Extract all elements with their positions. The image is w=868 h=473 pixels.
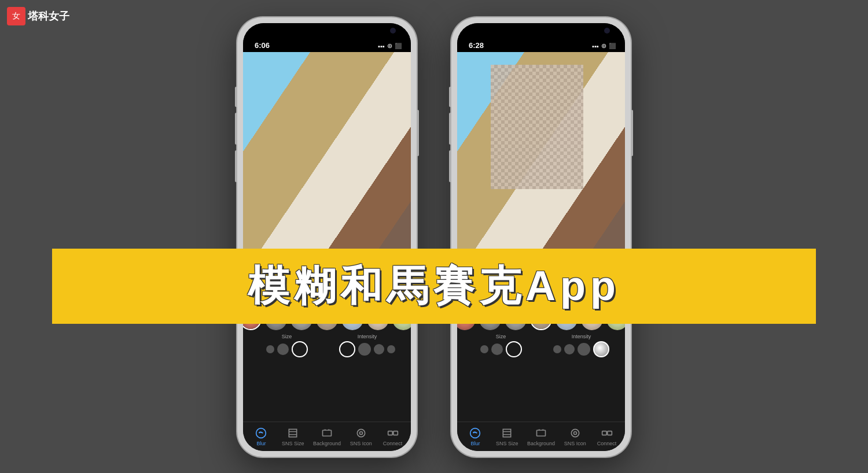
- banner-text: 模糊和馬賽克App: [248, 258, 620, 314]
- connect-label-right: Connect: [597, 441, 617, 446]
- nav-sns-left[interactable]: SNS Size: [281, 427, 304, 446]
- phones-container: 6:06 ▪▪▪ ⊛ ⬛ Filter: [0, 17, 868, 457]
- blur-icon-left: [255, 427, 267, 439]
- size-circles-left: [266, 341, 308, 357]
- intensity-3-left[interactable]: [374, 344, 384, 354]
- wifi-icon: ⊛: [387, 42, 392, 50]
- size-m-right[interactable]: [491, 343, 503, 355]
- blur-label-right: Blur: [470, 441, 480, 446]
- battery-icon-right: ⬛: [609, 43, 616, 49]
- snsicon-icon-right: [569, 427, 582, 439]
- svg-rect-16: [607, 431, 612, 435]
- connect-label-left: Connect: [383, 441, 403, 446]
- snsicon-icon-left: [355, 427, 367, 439]
- intensity-group-left: Intensity: [328, 334, 406, 357]
- mosaic-overlay: [491, 65, 583, 189]
- phone-left: 6:06 ▪▪▪ ⊛ ⬛ Filter: [237, 17, 417, 457]
- bottom-nav-right: Blur SNS Size: [457, 422, 625, 451]
- signal-icon: ▪▪▪: [378, 43, 385, 50]
- wifi-icon-right: ⊛: [601, 42, 606, 50]
- battery-icon: ⬛: [395, 43, 402, 49]
- sns-icon-left: [286, 427, 299, 439]
- svg-point-13: [571, 429, 579, 437]
- size-l-right[interactable]: [506, 341, 522, 357]
- intensity-label-right: Intensity: [572, 334, 591, 339]
- blur-label-left: Blur: [256, 441, 266, 446]
- camera-right: [604, 28, 610, 34]
- background-icon-left: [321, 427, 333, 439]
- connect-icon-left: [387, 427, 399, 439]
- intensity-1-right[interactable]: [553, 345, 561, 353]
- camera-left: [390, 28, 396, 34]
- svg-rect-3: [322, 430, 331, 436]
- nav-sns-right[interactable]: SNS Size: [495, 427, 518, 446]
- phone-right: 6:28 ▪▪▪ ⊛ ⬛ Filter: [451, 17, 631, 457]
- background-label-left: Background: [313, 441, 341, 446]
- intensity-4-right[interactable]: [593, 341, 609, 357]
- intensity-group-right: Intensity: [542, 334, 620, 357]
- svg-rect-9: [503, 429, 511, 437]
- svg-rect-12: [536, 430, 545, 436]
- nav-bg-left[interactable]: Background: [313, 427, 341, 446]
- logo-icon: 女: [7, 7, 25, 25]
- nav-bg-right[interactable]: Background: [527, 427, 555, 446]
- logo: 女 塔科女子: [7, 7, 69, 25]
- snsicon-label-left: SNS Icon: [350, 441, 372, 446]
- connect-icon-right: [601, 427, 613, 439]
- notch-right: [506, 23, 576, 39]
- svg-point-5: [359, 432, 362, 435]
- snsicon-label-right: SNS Icon: [564, 441, 586, 446]
- background-label-right: Background: [527, 441, 555, 446]
- svg-point-4: [357, 429, 365, 437]
- notch-left: [292, 23, 362, 39]
- intensity-4-left[interactable]: [387, 345, 395, 353]
- phone-left-inner: 6:06 ▪▪▪ ⊛ ⬛ Filter: [243, 23, 411, 451]
- time-left: 6:06: [255, 41, 378, 50]
- nav-blur-right[interactable]: Blur: [464, 427, 487, 446]
- time-right: 6:28: [469, 41, 592, 50]
- signal-icon-right: ▪▪▪: [592, 43, 599, 50]
- intensity-1-left[interactable]: [339, 341, 355, 357]
- svg-rect-15: [602, 431, 606, 435]
- size-circles-right: [480, 341, 522, 357]
- sns-label-left: SNS Size: [282, 441, 304, 446]
- sns-icon-right: [501, 427, 513, 439]
- size-s-right[interactable]: [480, 345, 488, 353]
- nav-connect-right[interactable]: Connect: [595, 427, 619, 446]
- size-group-left: Size: [248, 334, 326, 357]
- phone-right-inner: 6:28 ▪▪▪ ⊛ ⬛ Filter: [457, 23, 625, 451]
- background-icon-right: [535, 427, 547, 439]
- intensity-circles-left: [339, 341, 395, 357]
- svg-rect-7: [393, 431, 398, 435]
- nav-connect-left[interactable]: Connect: [381, 427, 404, 446]
- size-l-left[interactable]: [292, 341, 308, 357]
- size-intensity-right: Size Intensity: [457, 334, 625, 357]
- size-m-left[interactable]: [277, 343, 289, 355]
- bottom-nav-left: Blur SNS Size: [243, 422, 411, 451]
- banner: 模糊和馬賽克App: [52, 249, 816, 324]
- intensity-2-left[interactable]: [358, 343, 371, 356]
- nav-snsicon-left[interactable]: SNS Icon: [350, 427, 373, 446]
- size-label-left: Size: [282, 334, 292, 339]
- blur-icon-right: [469, 427, 481, 439]
- svg-rect-0: [289, 429, 297, 437]
- intensity-2-right[interactable]: [564, 344, 575, 354]
- logo-text: 塔科女子: [28, 9, 69, 23]
- nav-snsicon-right[interactable]: SNS Icon: [564, 427, 587, 446]
- intensity-circles-right: [553, 341, 609, 357]
- size-s-left[interactable]: [266, 345, 274, 353]
- size-group-right: Size: [462, 334, 540, 357]
- nav-blur-left[interactable]: Blur: [249, 427, 273, 446]
- intensity-label-left: Intensity: [358, 334, 377, 339]
- sns-label-right: SNS Size: [496, 441, 518, 446]
- svg-point-14: [573, 432, 576, 435]
- size-label-right: Size: [496, 334, 506, 339]
- size-intensity-left: Size Intensity: [243, 334, 411, 357]
- svg-rect-6: [388, 431, 392, 435]
- status-icons-right: ▪▪▪ ⊛ ⬛: [592, 42, 616, 50]
- status-icons-left: ▪▪▪ ⊛ ⬛: [378, 42, 402, 50]
- intensity-3-right[interactable]: [578, 343, 590, 356]
